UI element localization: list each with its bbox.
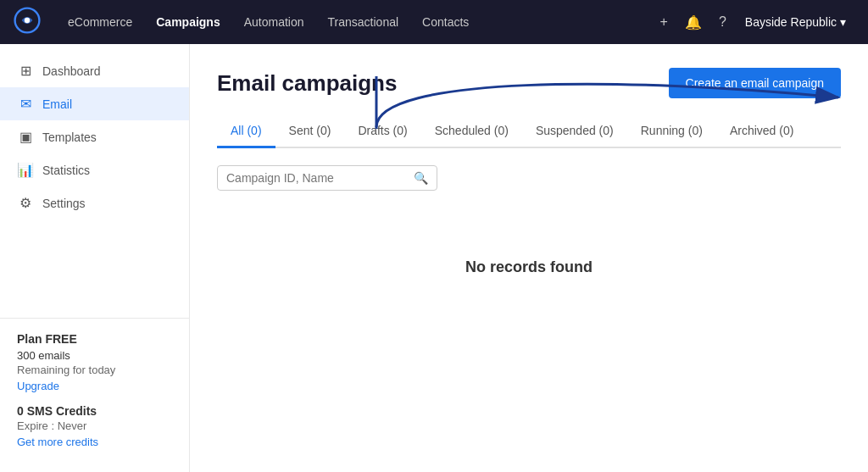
user-menu[interactable]: Bayside Republic ▾ — [737, 10, 854, 34]
tab-running[interactable]: Running (0) — [627, 115, 716, 148]
tab-drafts[interactable]: Drafts (0) — [344, 115, 420, 148]
settings-icon: ⚙ — [17, 195, 34, 211]
nav-automation[interactable]: Automation — [234, 10, 314, 34]
campaign-tabs: All (0) Sent (0) Drafts (0) Scheduled (0… — [217, 115, 841, 148]
search-icon[interactable]: 🔍 — [414, 171, 428, 185]
sidebar-label-templates: Templates — [42, 130, 97, 144]
dashboard-icon: ⊞ — [17, 63, 34, 79]
nav-ecommerce[interactable]: eCommerce — [58, 10, 142, 34]
chevron-down-icon: ▾ — [840, 15, 846, 29]
plan-remaining: Remaining for today — [17, 364, 172, 376]
tab-sent[interactable]: Sent (0) — [275, 115, 345, 148]
nav-contacts[interactable]: Contacts — [412, 10, 479, 34]
get-more-credits-link[interactable]: Get more credits — [17, 436, 172, 448]
sms-credits: 0 SMS Credits — [17, 404, 172, 418]
sidebar-item-templates[interactable]: ▣ Templates — [0, 120, 189, 153]
tab-suspended[interactable]: Suspended (0) — [522, 115, 627, 148]
top-navigation: eCommerce Campaigns Automation Transacti… — [0, 0, 868, 44]
email-icon: ✉ — [17, 96, 34, 112]
sidebar-label-statistics: Statistics — [42, 164, 90, 177]
tab-scheduled[interactable]: Scheduled (0) — [421, 115, 522, 148]
tab-archived[interactable]: Archived (0) — [716, 115, 807, 148]
main-layout: ⊞ Dashboard ✉ Email ▣ Templates 📊 Statis… — [0, 44, 868, 472]
plan-label: Plan FREE — [17, 332, 172, 346]
sms-expire: Expire : Never — [17, 419, 172, 432]
empty-state: No records found — [217, 225, 841, 310]
upgrade-link[interactable]: Upgrade — [17, 380, 172, 392]
nav-campaigns[interactable]: Campaigns — [146, 10, 230, 34]
page-title: Email campaigns — [217, 70, 397, 97]
sidebar-label-settings: Settings — [42, 197, 86, 210]
create-email-campaign-button[interactable]: Create an email campaign — [669, 68, 841, 98]
templates-icon: ▣ — [17, 129, 34, 145]
svg-point-1 — [25, 18, 30, 23]
sidebar-item-statistics[interactable]: 📊 Statistics — [0, 153, 189, 186]
tab-all[interactable]: All (0) — [217, 115, 275, 148]
sidebar-plan-info: Plan FREE 300 emails Remaining for today… — [0, 318, 189, 462]
plan-emails: 300 emails — [17, 349, 172, 362]
statistics-icon: 📊 — [17, 162, 34, 178]
app-logo[interactable] — [14, 7, 44, 37]
search-bar: 🔍 — [217, 165, 437, 191]
sidebar: ⊞ Dashboard ✉ Email ▣ Templates 📊 Statis… — [0, 44, 190, 472]
sidebar-item-settings[interactable]: ⚙ Settings — [0, 186, 189, 219]
sms-section: 0 SMS Credits Expire : Never Get more cr… — [17, 404, 172, 448]
main-content: Email campaigns Create an email campaign… — [190, 44, 868, 472]
help-icon[interactable]: ? — [712, 9, 733, 35]
content-header: Email campaigns Create an email campaign — [217, 68, 841, 98]
add-button[interactable]: + — [654, 9, 675, 35]
sidebar-label-dashboard: Dashboard — [42, 64, 101, 78]
sidebar-item-email[interactable]: ✉ Email — [0, 87, 189, 120]
nav-transactional[interactable]: Transactional — [318, 10, 409, 34]
sidebar-item-dashboard[interactable]: ⊞ Dashboard — [0, 54, 189, 87]
notifications-icon[interactable]: 🔔 — [678, 9, 709, 36]
sidebar-label-email: Email — [42, 97, 72, 111]
search-input[interactable] — [226, 171, 414, 185]
